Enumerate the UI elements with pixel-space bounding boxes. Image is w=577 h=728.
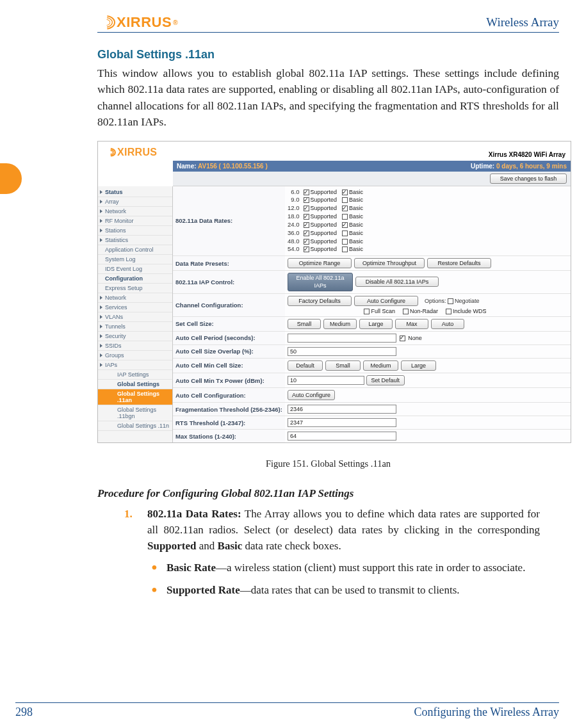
min-cell-size-buttons: DefaultSmallMediumLarge <box>288 360 568 371</box>
nav-item-label: SSIDs <box>105 343 122 349</box>
basic-checkbox[interactable] <box>342 247 348 252</box>
optimize-range-button[interactable]: Optimize Range <box>288 258 352 268</box>
cell-size-button[interactable]: Medium <box>323 319 357 329</box>
basic-checkbox[interactable] <box>342 214 348 220</box>
nav-item[interactable]: Global Settings .11an <box>98 389 172 405</box>
caret-icon <box>100 190 102 194</box>
nav-item[interactable]: Security <box>98 332 172 341</box>
basic-checkbox[interactable] <box>342 222 348 228</box>
nav-item[interactable]: Global Settings .11bgn <box>98 405 172 421</box>
nav-item[interactable]: Configuration <box>98 274 172 284</box>
nav-item[interactable]: Express Setup <box>98 284 172 293</box>
basic-checkbox[interactable] <box>342 206 348 211</box>
nav-item[interactable]: Global Settings .11n <box>98 421 172 431</box>
auto-cell-overlap-input[interactable] <box>288 347 396 356</box>
include-wds-checkbox[interactable] <box>446 309 451 314</box>
supported-checkbox[interactable] <box>304 190 309 195</box>
basic-checkbox[interactable] <box>342 231 348 236</box>
set-default-tx-button[interactable]: Set Default <box>366 375 405 385</box>
name-value: AV156 ( 10.100.55.156 ) <box>198 163 268 170</box>
nav-item[interactable]: Status <box>98 188 172 197</box>
settings-table: 802.11a Data Rates: 6.09.012.018.024.036… <box>173 186 571 443</box>
row-rts-threshold-label: RTS Threshold (1-2347): <box>173 416 285 430</box>
supported-checkbox[interactable] <box>304 214 309 220</box>
basic-checkbox[interactable] <box>342 197 348 203</box>
min-cell-size-button[interactable]: Default <box>288 360 323 371</box>
cell-size-button[interactable]: Small <box>288 319 321 329</box>
row-presets-label: Data Rate Presets: <box>173 256 285 271</box>
optimize-throughput-button[interactable]: Optimize Throughput <box>354 258 425 268</box>
wave-icon <box>97 15 115 29</box>
nav-item[interactable]: VLANs <box>98 312 172 322</box>
nav-item[interactable]: Network <box>98 207 172 216</box>
sub-supported-rate-lead: Supported Rate <box>167 584 240 596</box>
status-bar: Name: AV156 ( 10.100.55.156 ) Uptime: 0 … <box>173 161 571 172</box>
min-cell-size-button[interactable]: Medium <box>363 360 398 371</box>
nav-item[interactable]: Groups <box>98 351 172 360</box>
row-frag-threshold-label: Fragmentation Threshold (256-2346): <box>173 403 285 416</box>
include-wds-label: Include WDS <box>453 308 487 314</box>
supported-checkbox[interactable] <box>304 222 309 228</box>
nav-item[interactable]: IAP Settings <box>98 370 172 380</box>
cell-size-button[interactable]: Max <box>395 319 428 329</box>
supported-checkbox[interactable] <box>304 231 309 236</box>
auto-cell-period-input[interactable] <box>288 334 396 343</box>
basic-checkbox[interactable] <box>342 190 348 195</box>
basic-checkbox[interactable] <box>342 239 348 245</box>
rts-threshold-input[interactable] <box>288 418 396 427</box>
auto-configure-cell-button[interactable]: Auto Configure <box>288 390 335 400</box>
side-nav: StatusArrayNetworkRF MonitorStationsStat… <box>98 186 173 443</box>
brand-logo: XIRRUS® <box>97 14 178 31</box>
non-radar-checkbox[interactable] <box>403 309 409 314</box>
auto-configure-channel-button[interactable]: Auto Configure <box>354 296 418 306</box>
supported-checkbox[interactable] <box>304 197 309 203</box>
nav-item-label: Express Setup <box>105 285 143 291</box>
auto-cell-period-none-checkbox[interactable] <box>400 336 405 341</box>
basic-label: Basic <box>349 189 363 195</box>
min-cell-size-button[interactable]: Large <box>401 360 436 371</box>
nav-item[interactable]: Tunnels <box>98 322 172 332</box>
save-button[interactable]: Save changes to flash <box>490 174 567 184</box>
cell-size-button[interactable]: Large <box>359 319 393 329</box>
nav-item[interactable]: IDS Event Log <box>98 264 172 274</box>
nav-item[interactable]: Array <box>98 197 172 207</box>
supported-checkbox[interactable] <box>304 206 309 211</box>
basic-label: Basic <box>349 246 363 252</box>
row-iap-control-label: 802.11a IAP Control: <box>173 271 285 293</box>
auto-cell-min-tx-input[interactable] <box>288 376 364 385</box>
full-scan-checkbox[interactable] <box>364 309 370 314</box>
nav-item[interactable]: RF Monitor <box>98 216 172 226</box>
nav-item[interactable]: Application Control <box>98 245 172 255</box>
row-auto-cell-min-size-label: Auto Cell Min Cell Size: <box>173 358 285 373</box>
supported-label: Supported <box>311 213 337 220</box>
enable-all-iaps-button[interactable]: Enable All 802.11a IAPs <box>288 273 353 291</box>
step-1: 1. 802.11a Data Rates: The Array allows … <box>124 506 540 612</box>
nav-item[interactable]: Network <box>98 293 172 303</box>
basic-label: Basic <box>349 230 363 236</box>
nav-item[interactable]: Stations <box>98 226 172 236</box>
cell-size-button[interactable]: Auto <box>431 319 464 329</box>
restore-defaults-button[interactable]: Restore Defaults <box>427 258 491 268</box>
nav-item[interactable]: IAPs <box>98 360 172 370</box>
frag-threshold-input[interactable] <box>288 405 396 414</box>
min-cell-size-button[interactable]: Small <box>325 360 361 371</box>
doc-title: Wireless Array <box>486 15 559 29</box>
nav-item[interactable]: SSIDs <box>98 341 172 351</box>
caret-icon <box>100 209 102 213</box>
factory-defaults-button[interactable]: Factory Defaults <box>288 296 352 306</box>
nav-item[interactable]: Services <box>98 303 172 312</box>
nav-item[interactable]: System Log <box>98 255 172 264</box>
name-label: Name: <box>177 163 197 170</box>
supported-checkbox[interactable] <box>304 239 309 245</box>
step-1-b1: Supported <box>147 540 197 552</box>
max-stations-input[interactable] <box>288 432 396 441</box>
basic-label: Basic <box>349 238 363 245</box>
supported-checkbox[interactable] <box>304 247 309 252</box>
uptime-label: Uptime: <box>471 163 494 170</box>
disable-all-iaps-button[interactable]: Disable All 802.11a IAPs <box>355 277 439 287</box>
nav-item[interactable]: Global Settings <box>98 380 172 389</box>
negotiate-checkbox[interactable] <box>448 298 453 304</box>
nav-item[interactable]: Statistics <box>98 236 172 245</box>
rate-value: 54.0 <box>288 245 300 254</box>
caret-icon <box>100 238 102 242</box>
